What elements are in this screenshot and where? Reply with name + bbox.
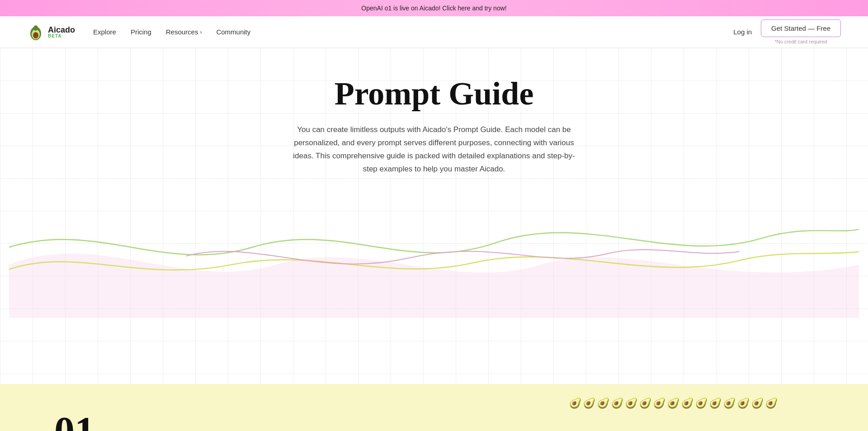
section-header: 01 Introduction ▲	[54, 411, 420, 431]
navbar: Aicado BETA Explore Pricing Resources › …	[0, 16, 868, 48]
login-button[interactable]: Log in	[733, 28, 752, 36]
hero-content: Prompt Guide You can create limitless ou…	[9, 75, 859, 176]
svg-point-3	[33, 25, 38, 31]
announcement-banner[interactable]: OpenAI o1 is live on Aicado! Click here …	[0, 0, 868, 16]
chevron-right-icon: ›	[200, 29, 202, 35]
nav-right: Log in Get Started — Free *No credit car…	[733, 19, 841, 44]
wave-area	[9, 194, 859, 384]
banner-text: OpenAI o1 is live on Aicado! Click here …	[361, 5, 506, 12]
page-title: Prompt Guide	[9, 75, 859, 113]
left-content: 01 Introduction ▲ What is Stable Diffusi…	[54, 411, 420, 431]
logo-text: Aicado BETA	[48, 26, 75, 38]
avocado-strip: 🥑 🥑 🥑 🥑 🥑 🥑 🥑 🥑 🥑 🥑 🥑 🥑 🥑 🥑 🥑	[569, 398, 778, 409]
hero-description: You can create limitless outputs with Ai…	[289, 123, 579, 176]
yellow-section: 01 Introduction ▲ What is Stable Diffusi…	[0, 384, 868, 431]
avocado-area: 🥑 🥑 🥑 🥑 🥑 🥑 🥑 🥑 🥑 🥑 🥑 🥑 🥑 🥑 🥑 *All the i…	[448, 411, 814, 431]
section-title: Introduction	[106, 428, 209, 431]
get-started-button[interactable]: Get Started — Free	[761, 19, 841, 37]
nav-community[interactable]: Community	[216, 28, 250, 36]
cta-area: Get Started — Free *No credit card requi…	[761, 19, 841, 44]
logo-link[interactable]: Aicado BETA	[27, 24, 75, 41]
logo-icon	[27, 24, 44, 41]
wave-decoration	[9, 194, 859, 318]
nav-resources[interactable]: Resources ›	[166, 28, 202, 36]
no-credit-card-note: *No credit card required	[774, 39, 827, 44]
nav-links: Explore Pricing Resources › Community	[93, 28, 250, 36]
section-number: 01	[54, 411, 95, 431]
nav-pricing[interactable]: Pricing	[131, 28, 151, 36]
nav-explore[interactable]: Explore	[93, 28, 116, 36]
nav-left: Aicado BETA Explore Pricing Resources › …	[27, 24, 250, 41]
svg-point-2	[33, 32, 38, 38]
hero-section: Prompt Guide You can create limitless ou…	[0, 48, 868, 384]
right-panel: 🥑 🥑 🥑 🥑 🥑 🥑 🥑 🥑 🥑 🥑 🥑 🥑 🥑 🥑 🥑 *All the i…	[448, 411, 814, 431]
